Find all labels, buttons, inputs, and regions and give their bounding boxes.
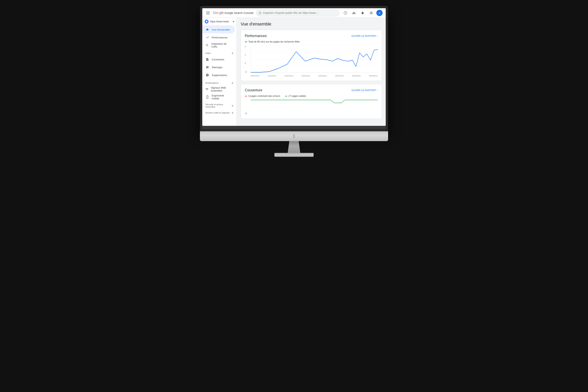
couverture-chart: 30 [245, 99, 378, 115]
couverture-y-axis: 30 [245, 99, 247, 115]
couverture-report-link[interactable]: OUVRIR LE RAPPORT › [352, 89, 378, 92]
sidebar-item-vue-ensemble[interactable]: Vue d'ensemble [202, 26, 235, 34]
monitor-chin [202, 126, 386, 129]
section-securite-label: Sécurité et actions manuelles [206, 103, 232, 108]
sidebar: https://www.//wwe ▾ Vue d'ensemble [202, 18, 237, 126]
bell-button[interactable] [359, 10, 366, 16]
sidebar-label-ergonomie: Ergonomie mobile [212, 94, 232, 100]
section-index[interactable]: Index ∧ [202, 49, 236, 56]
screen: Google Google Search Console [202, 8, 386, 126]
performances-icon [206, 36, 209, 39]
section-index-label: Index [206, 52, 211, 54]
section-ameliorations-label: Améliorations [206, 82, 218, 84]
couverture-icon [206, 58, 209, 61]
section-ameliorations-chevron: ∧ [232, 81, 234, 84]
performances-y-axis: 12 8 4 0 [245, 46, 247, 73]
users-button[interactable] [350, 10, 358, 16]
product-name: Google Search Console [224, 11, 254, 14]
svg-text:?: ? [345, 12, 346, 14]
couverture-errors-text: 0 pages contenant des erreurs [248, 95, 280, 98]
performances-line-chart [251, 46, 378, 73]
couverture-line-chart [251, 99, 378, 115]
couverture-legend: 0 pages contenant des erreurs 27 pages v… [245, 95, 378, 98]
performances-chart: 12 8 4 0 [245, 46, 378, 77]
performances-legend: Total de 96 clics sur les pages de reche… [245, 40, 378, 43]
sidebar-label-couverture: Couverture [212, 58, 224, 61]
menu-icon[interactable] [206, 11, 210, 15]
monitor-container: Google Google Search Console [200, 6, 388, 157]
sidebar-label-suppressions: Suppressions [212, 74, 227, 77]
performances-card-header: Performances OUVRIR LE RAPPORT › [245, 34, 378, 38]
home-icon [206, 28, 209, 31]
couverture-card-title: Couverture [245, 88, 262, 92]
performances-legend-item: Total de 96 clics sur les pages de reche… [245, 40, 300, 43]
couverture-card-header: Couverture OUVRIR LE RAPPORT › [245, 88, 378, 92]
section-anciens-chevron: ∨ [232, 111, 234, 114]
section-anciens-outils[interactable]: Anciens outils et rapports ∨ [202, 109, 236, 115]
apple-logo:  [293, 134, 295, 139]
search-icon [258, 11, 262, 14]
stand-neck [286, 141, 302, 153]
couverture-chart-area [251, 99, 378, 115]
property-icon [204, 20, 208, 24]
property-url: https://www.//wwe [210, 20, 231, 23]
sidebar-item-couverture[interactable]: Couverture [202, 56, 235, 63]
section-securite[interactable]: Sécurité et actions manuelles ∨ [202, 101, 236, 109]
mobile-icon [206, 96, 209, 98]
sidebar-label-vue-ensemble: Vue d'ensemble [212, 28, 230, 31]
couverture-valid-legend: 27 pages valides [285, 95, 306, 98]
monitor-bottom-bezel:  [200, 131, 388, 141]
search-input[interactable] [263, 11, 337, 14]
stand-base [274, 153, 314, 157]
sidebar-item-inspection-url[interactable]: Inspection de l'URL [202, 41, 235, 49]
search-bar[interactable] [256, 10, 340, 16]
signaux-icon [206, 88, 208, 91]
valid-legend-dot [285, 96, 287, 96]
performances-x-axis: 08/02/2021 12/02/2021 16/02/2021 20/02/2… [251, 75, 378, 77]
performances-legend-dot [245, 42, 247, 42]
sidebar-label-performances: Performances [212, 36, 228, 39]
property-selector[interactable]: https://www.//wwe ▾ [202, 18, 236, 26]
logo-area: Google Google Search Console [213, 11, 254, 15]
topbar-actions: ? [342, 10, 382, 16]
sidebar-item-sitemaps[interactable]: Sitemaps [202, 63, 235, 71]
sidebar-item-signaux-web[interactable]: Signaux Web essentiels [202, 85, 235, 93]
suppressions-icon [206, 74, 209, 77]
inspection-icon [206, 44, 209, 47]
performances-report-link[interactable]: OUVRIR LE RAPPORT › [352, 35, 378, 38]
couverture-errors-legend: 0 pages contenant des erreurs [245, 95, 280, 98]
sidebar-item-ergonomie-mobile[interactable]: Ergonomie mobile [202, 93, 235, 101]
help-button[interactable]: ? [342, 10, 349, 16]
main-content: Vue d'ensemble Performances OUVRIR LE RA… [237, 18, 386, 126]
main-layout: https://www.//wwe ▾ Vue d'ensemble [202, 18, 386, 126]
performances-card: Performances OUVRIR LE RAPPORT › Total d… [241, 30, 382, 81]
performances-chart-area [251, 46, 378, 73]
grid-button[interactable] [368, 10, 375, 16]
sidebar-label-inspection: Inspection de l'URL [212, 42, 232, 48]
performances-card-title: Performances [245, 34, 267, 38]
svg-line-1 [260, 13, 261, 14]
page-title: Vue d'ensemble [241, 22, 382, 27]
couverture-valid-text: 27 pages valides [288, 95, 306, 98]
sidebar-label-signaux: Signaux Web essentiels [211, 86, 232, 92]
sidebar-label-sitemaps: Sitemaps [212, 66, 222, 69]
sidebar-item-suppressions[interactable]: Suppressions [202, 71, 235, 79]
errors-legend-dot [245, 96, 247, 96]
section-ameliorations[interactable]: Améliorations ∧ [202, 79, 236, 85]
performances-legend-text: Total de 96 clics sur les pages de reche… [248, 40, 300, 43]
section-index-chevron: ∧ [232, 52, 234, 55]
avatar[interactable]: a [376, 10, 382, 16]
topbar: Google Google Search Console [202, 8, 386, 18]
section-anciens-label: Anciens outils et rapports [206, 112, 230, 114]
screen-bezel: Google Google Search Console [200, 6, 388, 131]
sidebar-item-performances[interactable]: Performances [202, 34, 235, 41]
section-securite-chevron: ∨ [232, 104, 234, 107]
couverture-card: Couverture OUVRIR LE RAPPORT › 0 pages c… [241, 84, 382, 119]
google-logo: Google [213, 11, 224, 15]
property-dropdown-icon: ▾ [233, 20, 234, 23]
sitemaps-icon [206, 66, 209, 69]
